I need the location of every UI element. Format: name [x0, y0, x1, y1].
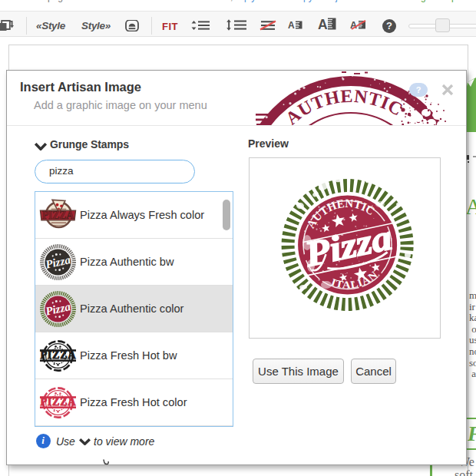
svg-text:PIZZA: PIZZA	[42, 210, 74, 221]
svg-text:PIZZA: PIZZA	[40, 395, 76, 408]
svg-text:PIZZA: PIZZA	[40, 349, 76, 361]
